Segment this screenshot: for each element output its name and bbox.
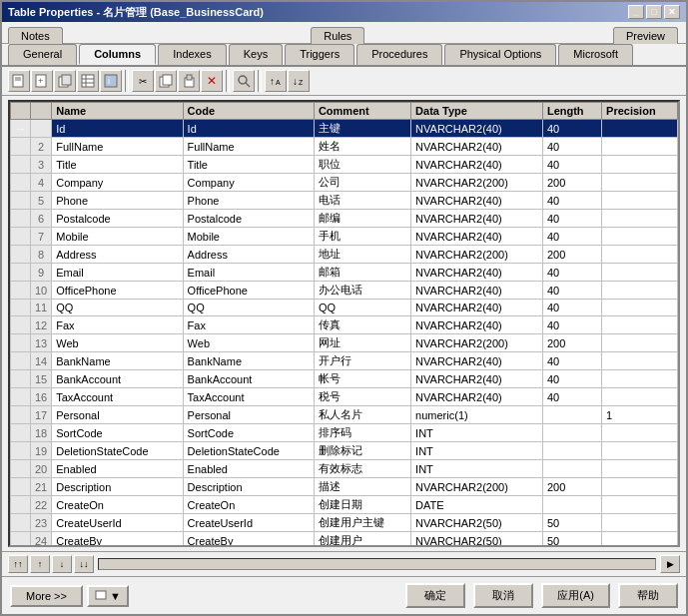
table-row[interactable]: 4CompanyCompany公司NVARCHAR2(200)200 xyxy=(11,174,678,192)
table-cell[interactable] xyxy=(11,228,31,246)
insert-col-button[interactable]: + xyxy=(31,70,53,92)
table-cell[interactable]: INT xyxy=(411,442,543,460)
table-cell[interactable] xyxy=(542,496,601,514)
table-cell[interactable]: Personal xyxy=(183,406,314,424)
table-cell[interactable] xyxy=(602,352,678,370)
dropdown-button[interactable]: ▼ xyxy=(87,585,129,607)
table-cell[interactable]: Title xyxy=(52,156,183,174)
table-cell[interactable]: 50 xyxy=(542,514,601,532)
table-cell[interactable] xyxy=(11,334,31,352)
table-cell[interactable]: Phone xyxy=(52,192,183,210)
table-cell[interactable]: 有效标志 xyxy=(314,460,410,478)
table-cell[interactable] xyxy=(602,334,678,352)
table-cell[interactable]: CreateBy xyxy=(52,532,183,548)
table-cell[interactable] xyxy=(602,460,678,478)
tab-procedures[interactable]: Procedures xyxy=(356,44,442,65)
table-cell[interactable] xyxy=(11,442,31,460)
table-cell[interactable]: 18 xyxy=(31,424,52,442)
table-cell[interactable]: 传真 xyxy=(314,316,410,334)
tab-triggers[interactable]: Triggers xyxy=(285,44,354,65)
table-row[interactable]: 15BankAccountBankAccount帐号NVARCHAR2(40)4… xyxy=(11,370,678,388)
table-cell[interactable] xyxy=(602,120,678,138)
table-cell[interactable]: 姓名 xyxy=(314,138,410,156)
table-cell[interactable] xyxy=(602,138,678,156)
table-cell[interactable] xyxy=(11,406,31,424)
close-button[interactable]: ✕ xyxy=(664,5,680,19)
cut-button[interactable]: ✂ xyxy=(132,70,154,92)
table-cell[interactable]: Postalcode xyxy=(183,210,314,228)
dup-col-button[interactable] xyxy=(54,70,76,92)
table-cell[interactable]: BankAccount xyxy=(183,370,314,388)
help-button[interactable]: 帮助 xyxy=(618,583,678,608)
table-cell[interactable] xyxy=(11,138,31,156)
table-cell[interactable]: 40 xyxy=(542,210,601,228)
table-cell[interactable]: 邮编 xyxy=(314,210,410,228)
table-cell[interactable]: Fax xyxy=(52,316,183,334)
scroll-right-button[interactable]: ▶ xyxy=(660,555,680,573)
table-cell[interactable]: 8 xyxy=(31,246,52,264)
table-cell[interactable]: 40 xyxy=(542,282,601,300)
table-cell[interactable] xyxy=(11,174,31,192)
table-cell[interactable]: 主键 xyxy=(314,120,410,138)
table-cell[interactable]: Address xyxy=(183,246,314,264)
table-cell[interactable] xyxy=(542,442,601,460)
table-cell[interactable] xyxy=(11,352,31,370)
table-cell[interactable]: 40 xyxy=(542,352,601,370)
tab-microsoft[interactable]: Microsoft xyxy=(558,44,633,65)
table-cell[interactable]: NVARCHAR2(40) xyxy=(411,120,543,138)
paste-button[interactable] xyxy=(178,70,200,92)
table-cell[interactable] xyxy=(602,424,678,442)
table-cell[interactable]: 15 xyxy=(31,370,52,388)
table-cell[interactable]: 1 xyxy=(602,406,678,424)
table-cell[interactable] xyxy=(542,460,601,478)
table-cell[interactable]: INT xyxy=(411,424,543,442)
tab-rules[interactable]: Rules xyxy=(311,27,364,44)
table-cell[interactable]: 21 xyxy=(31,478,52,496)
sort-asc-button[interactable]: ↑A xyxy=(265,70,287,92)
table-row[interactable]: 9EmailEmail邮箱NVARCHAR2(40)40 xyxy=(11,264,678,282)
th-length[interactable]: Length xyxy=(542,103,601,120)
table-cell[interactable]: TaxAccount xyxy=(52,388,183,406)
table-cell[interactable]: → xyxy=(11,120,31,138)
table-cell[interactable]: Email xyxy=(183,264,314,282)
table-cell[interactable] xyxy=(542,406,601,424)
table-cell[interactable] xyxy=(602,210,678,228)
table-cell[interactable]: INT xyxy=(411,460,543,478)
th-precision[interactable]: Precision xyxy=(602,103,678,120)
th-code[interactable]: Code xyxy=(183,103,314,120)
table-cell[interactable]: 开户行 xyxy=(314,352,410,370)
table-row[interactable]: 19DeletionStateCodeDeletionStateCode删除标记… xyxy=(11,442,678,460)
table-cell[interactable] xyxy=(11,264,31,282)
table-cell[interactable] xyxy=(602,192,678,210)
table-cell[interactable]: Company xyxy=(52,174,183,192)
sort-desc-button[interactable]: ↓Z xyxy=(288,70,310,92)
table-cell[interactable] xyxy=(602,228,678,246)
table-cell[interactable]: 10 xyxy=(31,282,52,300)
tab-notes[interactable]: Notes xyxy=(8,27,63,44)
th-datatype[interactable]: Data Type xyxy=(411,103,543,120)
table-cell[interactable]: NVARCHAR2(40) xyxy=(411,228,543,246)
table-cell[interactable]: 22 xyxy=(31,496,52,514)
table-cell[interactable] xyxy=(11,300,31,316)
table-cell[interactable]: CreateUserId xyxy=(52,514,183,532)
table-cell[interactable]: FullName xyxy=(183,138,314,156)
tab-indexes[interactable]: Indexes xyxy=(158,44,227,65)
table-cell[interactable]: CreateUserId xyxy=(183,514,314,532)
table-cell[interactable] xyxy=(11,370,31,388)
table-cell[interactable]: NVARCHAR2(40) xyxy=(411,156,543,174)
table-cell[interactable] xyxy=(602,174,678,192)
table-cell[interactable] xyxy=(11,156,31,174)
table-cell[interactable] xyxy=(11,514,31,532)
table-cell[interactable]: NVARCHAR2(40) xyxy=(411,388,543,406)
table-cell[interactable]: 50 xyxy=(542,532,601,548)
table-cell[interactable]: NVARCHAR2(40) xyxy=(411,210,543,228)
table-row[interactable]: 2FullNameFullName姓名NVARCHAR2(40)40 xyxy=(11,138,678,156)
table-cell[interactable]: 13 xyxy=(31,334,52,352)
table-cell[interactable]: Id xyxy=(183,120,314,138)
table-cell[interactable]: NVARCHAR2(40) xyxy=(411,264,543,282)
table-cell[interactable]: 4 xyxy=(31,174,52,192)
table-cell[interactable]: 12 xyxy=(31,316,52,334)
table-cell[interactable] xyxy=(11,388,31,406)
table-cell[interactable]: CreateBy xyxy=(183,532,314,548)
table-cell[interactable]: 办公电话 xyxy=(314,282,410,300)
